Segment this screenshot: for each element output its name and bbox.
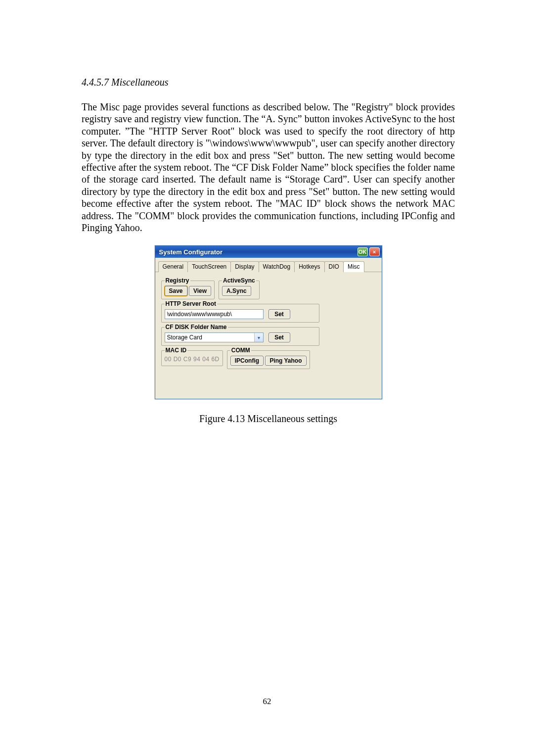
figure-container: System Configurator OK × General TouchSc… <box>82 245 455 399</box>
tab-watchdog[interactable]: WatchDog <box>259 261 295 272</box>
view-button[interactable]: View <box>189 286 211 296</box>
tab-display[interactable]: Display <box>230 261 259 272</box>
tab-strip: General TouchScreen Display WatchDog Hot… <box>155 258 382 272</box>
comm-legend: COMM <box>230 347 251 354</box>
page-number: 62 <box>0 697 534 707</box>
cf-disk-legend: CF DISK Folder Name <box>165 324 228 331</box>
http-root-legend: HTTP Server Root <box>165 300 217 307</box>
close-button[interactable]: × <box>369 247 380 256</box>
registry-group: Registry Save View <box>161 277 215 299</box>
async-button[interactable]: A.Sync <box>222 286 251 296</box>
ok-button[interactable]: OK <box>357 247 368 256</box>
cf-disk-value: Storage Card <box>165 334 254 341</box>
activesync-legend: ActiveSync <box>222 277 256 284</box>
window-titlebar: System Configurator OK × <box>155 246 382 258</box>
chevron-down-icon[interactable]: ▾ <box>254 333 263 342</box>
cf-disk-set-button[interactable]: Set <box>268 332 290 342</box>
activesync-group: ActiveSync A.Sync <box>219 277 260 299</box>
http-root-input[interactable] <box>165 309 264 319</box>
http-root-group: HTTP Server Root Set <box>161 300 319 323</box>
tab-touchscreen[interactable]: TouchScreen <box>187 261 231 272</box>
body-paragraph: The Misc page provides several functions… <box>82 101 455 234</box>
tab-dio[interactable]: DIO <box>324 261 344 272</box>
tab-misc[interactable]: Misc <box>343 261 364 272</box>
tab-content-misc: Registry Save View ActiveSync A.Sync HTT… <box>155 272 382 399</box>
tab-general[interactable]: General <box>158 261 188 272</box>
save-button[interactable]: Save <box>165 286 187 296</box>
cf-disk-combo[interactable]: Storage Card ▾ <box>165 332 264 342</box>
figure-caption: Figure 4.13 Miscellaneous settings <box>82 413 455 425</box>
mac-id-legend: MAC ID <box>165 347 188 354</box>
system-configurator-window: System Configurator OK × General TouchSc… <box>155 245 382 399</box>
window-title: System Configurator <box>159 248 356 256</box>
http-root-set-button[interactable]: Set <box>268 309 290 319</box>
mac-id-group: MAC ID 00 D0 C9 94 04 6D <box>161 347 223 366</box>
registry-legend: Registry <box>165 277 190 284</box>
ping-yahoo-button[interactable]: Ping Yahoo <box>265 356 306 366</box>
mac-id-value: 00 D0 C9 94 04 6D <box>165 356 220 363</box>
ipconfig-button[interactable]: IPConfig <box>230 356 264 366</box>
comm-group: COMM IPConfig Ping Yahoo <box>227 347 310 369</box>
cf-disk-group: CF DISK Folder Name Storage Card ▾ Set <box>161 324 319 346</box>
tab-hotkeys[interactable]: Hotkeys <box>294 261 324 272</box>
section-heading: 4.4.5.7 Miscellaneous <box>82 77 455 88</box>
